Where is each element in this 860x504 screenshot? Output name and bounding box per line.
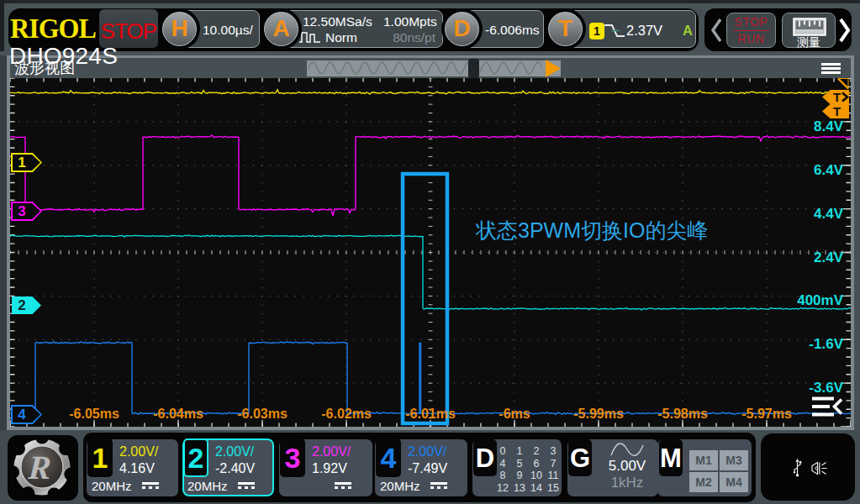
svg-text:R: R (26, 449, 52, 486)
